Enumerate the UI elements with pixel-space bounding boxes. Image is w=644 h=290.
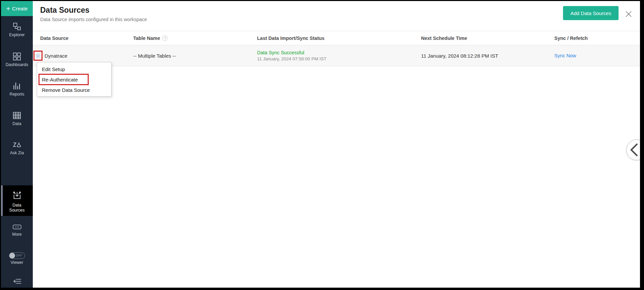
sidebar-collapse-button[interactable] — [1, 278, 33, 286]
sidebar-item-label: Viewer — [1, 260, 33, 265]
viewer-toggle[interactable]: OFF — [9, 252, 25, 259]
plus-icon: + — [6, 5, 10, 12]
menu-item-edit-setup[interactable]: Edit Setup — [37, 64, 111, 74]
sidebar-item-label: Reports — [1, 92, 33, 97]
data-source-name: Dynatrace — [45, 53, 67, 59]
annotation-box-gear — [33, 51, 43, 61]
expand-panel-button[interactable] — [626, 139, 640, 160]
table-row: Dynatrace -- Multiple Tables -- Data Syn… — [33, 45, 640, 66]
explorer-icon — [12, 22, 21, 31]
row-context-menu: Edit Setup Re-Authenticate Remove Data S… — [37, 62, 111, 97]
sidebar-item-label: Data — [1, 121, 33, 126]
window: + Create Explorer Dashboards — [0, 0, 644, 290]
toggle-knob-icon — [9, 253, 15, 258]
sync-status-cell: Data Sync Successful 11 January, 2024 07… — [257, 45, 421, 66]
table-name-cell: -- Multiple Tables -- — [133, 45, 257, 66]
table-header-row: Data Source Table Name ? Last Data Impor… — [33, 31, 640, 45]
sidebar-item-dashboards[interactable]: Dashboards — [1, 52, 33, 67]
main-panel: Data Sources Data Source imports configu… — [33, 1, 640, 288]
toggle-state-label: OFF — [16, 254, 22, 257]
sidebar-item-label: Dashboards — [1, 62, 33, 67]
help-icon[interactable]: ? — [162, 35, 168, 41]
sidebar-item-reports[interactable]: Reports — [1, 81, 33, 97]
settings-gear-icon[interactable] — [35, 53, 41, 59]
column-header-table-name: Table Name ? — [133, 31, 257, 45]
sidebar-item-label: Data Sources — [7, 203, 27, 213]
sidebar-item-data-sources[interactable]: Data Sources — [1, 185, 33, 216]
page-title: Data Sources — [40, 6, 89, 15]
sidebar-item-more[interactable]: More — [1, 223, 33, 237]
sidebar-item-label: Ask Zia — [1, 151, 33, 156]
ask-zia-icon — [12, 140, 22, 149]
app-root: + Create Explorer Dashboards — [1, 1, 640, 288]
column-header-data-source: Data Source — [33, 31, 133, 45]
add-data-sources-button[interactable]: Add Data Sources — [563, 6, 619, 20]
more-icon — [12, 223, 22, 231]
next-schedule-cell: 11 January, 2024 08:12:28 PM IST — [421, 45, 554, 66]
sidebar-item-viewer: OFF Viewer — [1, 252, 33, 265]
sidebar: + Create Explorer Dashboards — [1, 1, 33, 288]
sync-refetch-cell: Sync Now — [554, 45, 640, 66]
sidebar-item-data[interactable]: Data — [1, 111, 33, 126]
status-text: Data Sync Successful — [257, 50, 304, 55]
sidebar-item-explorer[interactable]: Explorer — [1, 22, 33, 38]
reports-icon — [12, 81, 21, 91]
create-button-label: Create — [12, 6, 28, 12]
menu-item-re-authenticate[interactable]: Re-Authenticate — [37, 74, 111, 85]
status-timestamp: 11 January, 2024 07:58:00 PM IST — [257, 56, 326, 61]
create-button[interactable]: + Create — [1, 1, 33, 16]
data-sources-icon — [12, 191, 22, 200]
chevron-left-icon — [629, 142, 639, 157]
sidebar-item-label: Explorer — [1, 33, 33, 38]
sync-now-link[interactable]: Sync Now — [554, 53, 576, 58]
close-icon[interactable] — [624, 9, 633, 19]
dashboards-icon — [12, 52, 21, 61]
collapse-arrow-icon — [12, 278, 22, 285]
sidebar-item-label: More — [1, 232, 33, 237]
data-sources-table: Data Source Table Name ? Last Data Impor… — [33, 31, 640, 66]
page-subtitle: Data Source imports configured in this w… — [40, 17, 147, 22]
menu-item-remove-data-source[interactable]: Remove Data Source — [37, 85, 111, 95]
column-header-sync-status: Last Data Import/Sync Status — [257, 31, 421, 45]
sidebar-item-ask-zia[interactable]: Ask Zia — [1, 140, 33, 156]
data-table-icon — [12, 111, 21, 120]
column-header-next-schedule: Next Schedule Time — [421, 31, 554, 45]
column-header-sync-refetch: Sync / Refetch — [554, 31, 640, 45]
